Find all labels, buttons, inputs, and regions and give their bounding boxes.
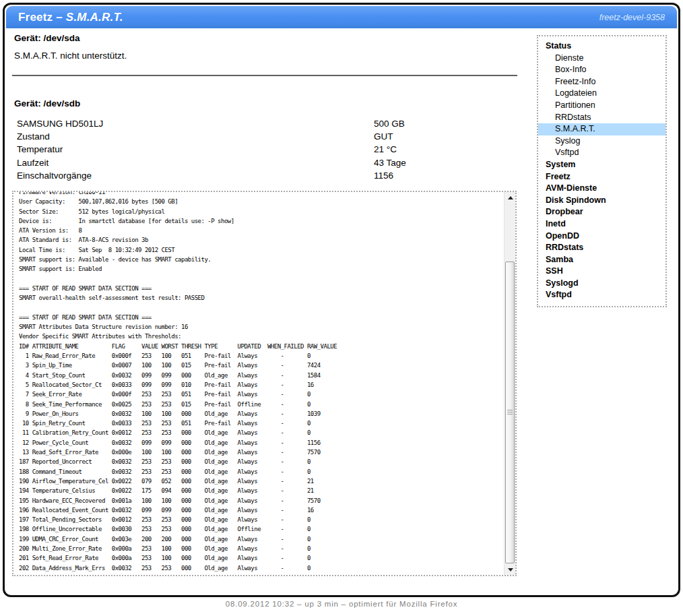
sidebar-item-freetz-info[interactable]: Freetz-Info (538, 76, 665, 88)
drive-info-value: 21 °C (374, 144, 397, 154)
sidebar-item-vsftpd[interactable]: Vsftpd (538, 147, 665, 159)
drive-info-label: Einschaltvorgänge (17, 171, 374, 181)
sidebar-item-status[interactable]: Status (538, 40, 665, 53)
sidebar-item-disk-spindown[interactable]: Disk Spindown (538, 195, 665, 207)
sidebar-item-dienste[interactable]: Dienste (538, 53, 665, 65)
drive-info-value: 43 Tage (374, 158, 406, 168)
drive-info-row-temperatur: Temperatur21 °C (17, 143, 517, 156)
title-bar: Freetz –S.M.A.R.T. freetz-devel-9358 (6, 6, 677, 28)
drive-info-row-einschaltvorg-nge: Einschaltvorgänge1156 (17, 169, 517, 182)
drive-info-row-samsung-hd501lj: SAMSUNG HD501LJ500 GB (17, 117, 517, 130)
sidebar-item-ssh[interactable]: SSH (538, 266, 665, 278)
drive-info-label: Laufzeit (17, 158, 374, 168)
sidebar-item-dropbear[interactable]: Dropbear (538, 206, 665, 218)
sidebar-nav: StatusDiensteBox-InfoFreetz-InfoLogdatei… (537, 35, 667, 307)
sidebar-item-rrdstats[interactable]: RRDstats (538, 112, 665, 124)
smartctl-output-text: Firmware Version: CR100-11 User Capacity… (13, 191, 515, 573)
arrow-down-icon (508, 568, 513, 572)
scroll-down-button[interactable] (505, 564, 516, 575)
content-area: Gerät: /dev/sda S.M.A.R.T. nicht unterst… (5, 28, 678, 595)
scroll-up-button[interactable] (505, 192, 516, 203)
sidebar-item-partitionen[interactable]: Partitionen (538, 100, 665, 112)
thumb-grip-icon (507, 410, 513, 414)
page-title-app: Freetz – (18, 11, 63, 24)
sidebar-item-syslogd[interactable]: Syslogd (538, 278, 665, 290)
scrollbar[interactable] (504, 192, 515, 575)
drive-info-value: 500 GB (374, 119, 405, 129)
smartctl-output-textarea[interactable]: Firmware Version: CR100-11 User Capacity… (12, 191, 517, 576)
drive-info-label: Temperatur (17, 144, 374, 154)
sidebar-item-box-info[interactable]: Box-Info (538, 64, 665, 76)
page-title: Freetz –S.M.A.R.T. (18, 11, 123, 24)
drive-info-value: 1156 (374, 171, 393, 181)
arrow-up-icon (508, 196, 513, 199)
section-divider (12, 75, 517, 76)
drive-info-row-zustand: ZustandGUT (17, 130, 517, 143)
sidebar-item-rrdstats[interactable]: RRDstats (538, 242, 665, 254)
drive-info-row-laufzeit: Laufzeit43 Tage (17, 156, 517, 169)
drive-info-value: GUT (374, 131, 393, 142)
sidebar-item-syslog[interactable]: Syslog (538, 135, 665, 148)
drive-info-label: SAMSUNG HD501LJ (17, 119, 374, 129)
sidebar-item-inetd[interactable]: Inetd (538, 218, 665, 230)
sidebar-item-vsftpd[interactable]: Vsftpd (538, 289, 665, 301)
sidebar-item-freetz[interactable]: Freetz (538, 171, 665, 183)
device-sdb-heading: Gerät: /dev/sdb (14, 98, 80, 109)
device-sda-heading: Gerät: /dev/sda (14, 33, 80, 43)
drive-info-table: SAMSUNG HD501LJ500 GBZustandGUTTemperatu… (17, 117, 517, 182)
footer-status-text: 08.09.2012 10:32 – up 3 min – optimiert … (0, 600, 683, 608)
device-sda-message: S.M.A.R.T. nicht unterstützt. (14, 51, 127, 61)
sidebar-item-samba[interactable]: Samba (538, 254, 665, 266)
firmware-version-label: freetz-devel-9358 (599, 13, 665, 22)
scroll-thumb[interactable] (505, 261, 515, 563)
main-window: Freetz –S.M.A.R.T. freetz-devel-9358 Ger… (3, 3, 680, 597)
sidebar-item-s-m-a-r-t[interactable]: S.M.A.R.T. (538, 123, 665, 135)
sidebar-item-logdateien[interactable]: Logdateien (538, 88, 665, 100)
sidebar-item-system[interactable]: System (538, 159, 665, 171)
sidebar-item-avm-dienste[interactable]: AVM-Dienste (538, 183, 665, 195)
page-title-section: S.M.A.R.T. (66, 11, 123, 24)
drive-info-label: Zustand (17, 131, 374, 142)
sidebar-item-opendd[interactable]: OpenDD (538, 230, 665, 243)
